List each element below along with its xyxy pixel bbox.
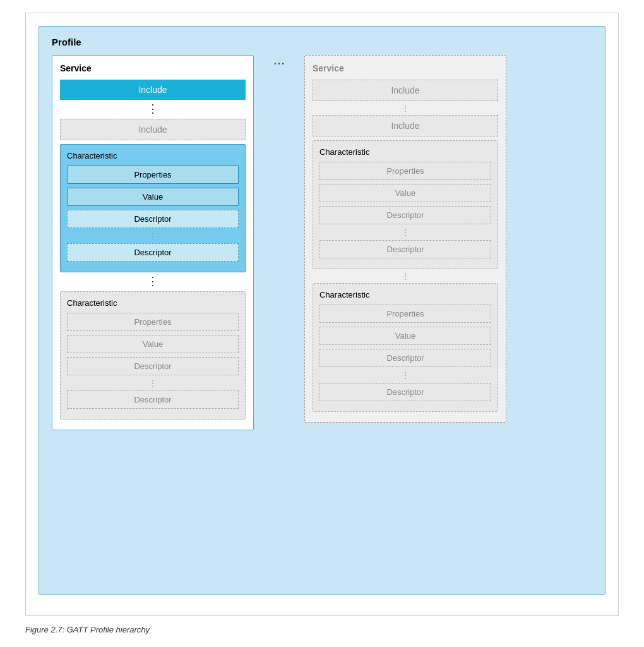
char-active-right: Characteristic Properties Value Descript… [313, 140, 498, 269]
service-left-label: Service [60, 63, 246, 73]
char-inactive-right-label: Characteristic [319, 290, 491, 299]
descriptor2-active-right: Descriptor [319, 240, 491, 258]
dots-v-right-char: ⋮ [319, 228, 491, 237]
include-inactive-left: Include [60, 119, 246, 140]
figure-caption: Figure 2.7: GATT Profile hierarchy [25, 625, 619, 634]
properties-active-right: Properties [319, 162, 491, 180]
include1-right: Include [313, 80, 498, 101]
char-active-left: Characteristic Properties Value Descript… [60, 144, 246, 272]
properties-active-left: Properties [67, 166, 239, 184]
services-row: Service Include ⋮ Include Characteristic… [52, 55, 592, 430]
include2-right: Include [313, 115, 498, 136]
value-inactive-left: Value [67, 335, 239, 353]
value-active-right: Value [319, 184, 491, 202]
descriptor2-inactive-right: Descriptor [319, 383, 491, 401]
properties-inactive-left: Properties [67, 313, 239, 331]
value-active-left: Value [67, 188, 239, 206]
dots-v-right-2: ⋮ [313, 272, 498, 281]
service-right-label: Service [313, 63, 498, 73]
service-left: Service Include ⋮ Include Characteristic… [52, 55, 254, 430]
dots-v-left-1: ⋮ [60, 102, 246, 116]
char-inactive-right: Characteristic Properties Value Descript… [313, 283, 498, 411]
profile-box: Profile Service Include ⋮ Include Charac… [39, 26, 605, 595]
descriptor1-active-right: Descriptor [319, 206, 491, 224]
char-active-left-label: Characteristic [67, 151, 239, 160]
include-active: Include [60, 80, 246, 100]
service-right: Service Include ⋮ Include Characteristic… [304, 55, 506, 423]
char-active-right-label: Characteristic [319, 147, 491, 157]
properties-inactive-right: Properties [319, 305, 491, 323]
dots-v-left-2: ⋮ [60, 275, 246, 289]
descriptor1-active-left: Descriptor [67, 210, 239, 228]
dots-v-left-char2: ⋮ [67, 379, 239, 388]
dots-v-right-char2: ⋮ [319, 371, 491, 380]
descriptor1-inactive-left: Descriptor [67, 357, 239, 375]
horizontal-dots: ··· [273, 55, 285, 71]
diagram-outer: Profile Service Include ⋮ Include Charac… [25, 13, 619, 616]
dots-v-right-1: ⋮ [313, 104, 498, 112]
dots-v-left-char: ⋮ [67, 232, 239, 241]
value-inactive-right: Value [319, 327, 491, 345]
char-inactive-left-label: Characteristic [67, 298, 239, 308]
middle-spacer: ··· [254, 55, 304, 71]
descriptor2-active-left: Descriptor [67, 243, 239, 262]
descriptor1-inactive-right: Descriptor [319, 349, 491, 367]
char-inactive-left: Characteristic Properties Value Descript… [60, 291, 246, 420]
descriptor2-inactive-left: Descriptor [67, 390, 239, 409]
profile-label: Profile [52, 37, 592, 47]
